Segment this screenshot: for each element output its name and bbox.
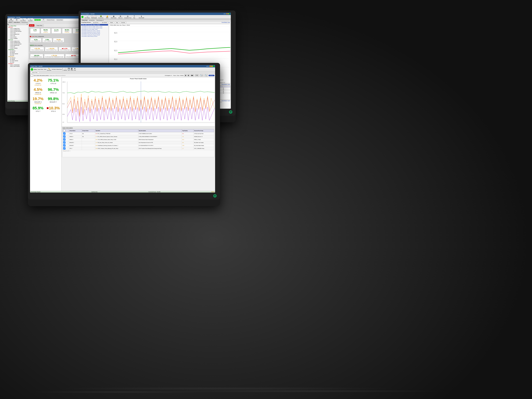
tree-ctg-compressor[interactable]: CTGA_COMPRESSOR (7, 29, 28, 31)
save-btn[interactable]: 💾 Save (68, 68, 70, 71)
tab-model-display[interactable]: 🖥 Model Display (111, 15, 117, 18)
tree-ctg-b[interactable]: ▶ CTG B (7, 39, 28, 40)
tags-tab[interactable]: Tags (115, 22, 119, 23)
row1-check[interactable] (63, 132, 65, 135)
tree-power-plant[interactable]: ▼ 🏭 Power Plant (7, 25, 28, 26)
tree-b3-drum[interactable]: B3_DRUM (7, 52, 28, 53)
tree-ctg-stack[interactable]: CTGA_STACK (7, 36, 28, 38)
tab-about[interactable]: ℹ About HieHMI (137, 15, 146, 18)
tree-hrsg4[interactable]: ▶ HRSG 4 (7, 63, 28, 64)
nav-play[interactable]: ▶▶ (190, 74, 194, 77)
status-bar-3: Processing(s) Stopped Updating Data Conn… (30, 191, 215, 193)
selected-tag-label[interactable]: CTGB_HRG0_Inlet_Gas_Temp_A_TE114 (81, 24, 108, 26)
tab-alarm[interactable]: 🔔 Alarm (105, 15, 110, 18)
tree-ctgb-jac[interactable]: CTGB_JAC (7, 46, 28, 47)
tree-b7-drum[interactable]: B7_DRUM (7, 59, 28, 60)
tab-bar-2: Power Plant SuccessTree Trend Analysis ✕ (81, 19, 231, 21)
tree-ctgb-turbine[interactable]: CTGB_TURBINE (7, 47, 28, 49)
tree-b7-feed[interactable]: B7_FEED WATER (7, 60, 28, 62)
tree-boiler7[interactable]: ▶ BOILER 7 (7, 56, 28, 57)
tag-item-7[interactable]: B2_Airheater_Leaving_Gas_Temp_B_TE112B (81, 34, 108, 36)
tag-item-6[interactable]: B2_Airheater_Flue_Gas_Out_Pressure_PTE11 (81, 33, 108, 34)
nav-next[interactable]: ▶ (187, 74, 190, 77)
row4-check[interactable] (63, 141, 65, 144)
full-scale-btn[interactable]: Full Scale (52, 69, 56, 70)
row3-check[interactable] (63, 138, 65, 141)
process-process[interactable]: Process & Process (46, 19, 55, 21)
analyze-btn[interactable]: Analyze (209, 75, 214, 76)
th-select-all[interactable] (63, 129, 69, 132)
tag-item-4[interactable]: B2_Airheater_Entering_Gas_Temp_A_TE111A (81, 30, 108, 32)
group-tag-selector: Group/Tag Selection: SuccessTree User de… (81, 21, 231, 24)
group-search[interactable]: 🔍 Group Search (19, 18, 26, 22)
power-plant-nav[interactable]: Power Plant (38, 69, 43, 70)
tree-ctg-combustor[interactable]: CTGA_COMBUSTOR (7, 28, 28, 29)
tree-ctgb-cooling[interactable]: CTGB_COOLING WATER (7, 43, 28, 45)
pause-btn[interactable]: ⏸ (15, 19, 19, 21)
tab-successtree-2[interactable]: 🌳 SuccessTree (98, 15, 104, 18)
tree-ctgb-generator[interactable]: CTGB_GENERATOR (7, 45, 28, 46)
tree-ctg-jac[interactable]: CTGA_JAC (7, 35, 28, 36)
tree-hrsg-feed[interactable]: HRSG_FEED WATER (7, 66, 28, 67)
tag-item-5[interactable]: B2_Airheater_Entering_Gas_Temp_B_TE111B (81, 32, 108, 33)
nav-pause[interactable]: ⏸⏸ (195, 74, 199, 77)
row5-check[interactable] (63, 144, 65, 147)
select-all-checkbox[interactable] (63, 129, 65, 132)
tag-search[interactable]: 🔍 Tag Search (27, 18, 33, 22)
bc-trend-2[interactable]: Trend Analysis ✕ (96, 19, 104, 21)
app-title-1: SuccessTree - HieHMI (8, 17, 20, 18)
tree-ctg-fuel[interactable]: CTGA_FUEL (7, 32, 28, 33)
helper[interactable]: ? (42, 19, 45, 21)
user-defined-tab[interactable]: User defined (100, 22, 108, 23)
row6-check[interactable] (63, 147, 65, 149)
successtree-tab[interactable]: SuccessTree (92, 22, 100, 23)
tree-ctgb-compressor[interactable]: CTGB_COMPRESSOR (7, 42, 28, 43)
model-tab[interactable]: Model (109, 22, 114, 23)
tools-nav[interactable]: Tools (44, 69, 46, 70)
tree-boiler3[interactable]: ▶ BOILER 3 (7, 49, 28, 50)
manual-scale-btn[interactable]: Manual Scale (56, 69, 62, 70)
main-trend-chart: Power Plant Health Index 100.0 75.0 50.0… (62, 77, 215, 126)
nav-zoom-out[interactable]: 🔍- (204, 74, 208, 77)
tab-help[interactable]: ? Help (132, 15, 136, 18)
tag-item-1[interactable]: B2_Airheater_Air_From_Air_Heater_Temp_A_… (81, 26, 108, 27)
app-title-3: Power Plant - HieHMI (31, 66, 42, 67)
home-label[interactable]: Home (34, 69, 37, 70)
tree-ctgb-combustor[interactable]: CTGB_COMBUSTOR (7, 40, 28, 42)
tab-index-display[interactable]: 📊 Index Display (84, 15, 90, 18)
tag-item-2[interactable]: B2_Airheater_Air_From_Air_Heater_Temp_B_… (81, 27, 108, 29)
tree-b7-boiler[interactable]: B7_BOILER (7, 57, 28, 59)
auto-scale-btn[interactable]: 📏 Auto Scale (47, 68, 51, 71)
tree-hrsg-cond[interactable]: HRSG_CONDENSER (7, 64, 28, 66)
tree-ctg-cooling[interactable]: CTGA_COOLING WATER (7, 31, 28, 32)
power-btn-2[interactable]: ⏻ (229, 110, 232, 114)
tree-ctg-turbine[interactable]: CTGA_TURBINE (7, 38, 28, 39)
tools-setup[interactable]: ⚙ Tools Setup (8, 18, 14, 22)
tab-power-plant[interactable]: Power Plant ✕ (13, 22, 21, 23)
bc-power-plant-2[interactable]: Power Plant (81, 19, 88, 21)
nav-prev[interactable]: ◀ (184, 74, 187, 77)
tree-b3-feed[interactable]: B3_FEED WATER (7, 53, 28, 54)
bc-successtree-2[interactable]: SuccessTree (88, 19, 95, 21)
image-btn[interactable]: 🖼 Image (70, 68, 73, 71)
tab-trend-analysis[interactable]: 📈 Trend Analysis (91, 15, 97, 18)
tree-ctg-generator[interactable]: CTGA_GENERATOR (7, 33, 28, 35)
favorites-tab[interactable]: Favorites (120, 22, 127, 23)
tab-watch-list[interactable]: 👁 Watch List (117, 15, 123, 18)
tag-item-8[interactable]: B2_Airheater_Outlet_Pressure_PTE116 (81, 36, 108, 37)
tag-item-3[interactable]: B2_Airheater_Air_To_Air_Heater_TE109 (81, 29, 108, 30)
tab-successtree[interactable]: SuccessTree ✕ (21, 22, 29, 23)
email-btn[interactable]: ✉ Email (74, 68, 76, 71)
row2-check[interactable] (63, 135, 65, 138)
tree-b3-fuel[interactable]: B3_FUEL (7, 54, 28, 56)
power-btn-3[interactable]: ⏻ (213, 194, 216, 197)
selection-area[interactable]: ⬜ Selection (63, 68, 67, 71)
sync-pointer-checkbox[interactable] (31, 74, 33, 77)
nav-zoom-in[interactable]: 🔍+ (200, 74, 203, 77)
tab-power-plant-3[interactable]: Power Plant (31, 72, 39, 73)
success-model[interactable]: Success Model (56, 19, 63, 21)
tree-b3-boiler[interactable]: B3_BOILER (7, 50, 28, 52)
tree-b7-fuel[interactable]: B7_FUEL (7, 62, 28, 63)
tab-comparison[interactable]: ⚖ Comparison Trend (124, 15, 131, 18)
tree-ctg-a[interactable]: ▶ CTG A (7, 26, 28, 28)
